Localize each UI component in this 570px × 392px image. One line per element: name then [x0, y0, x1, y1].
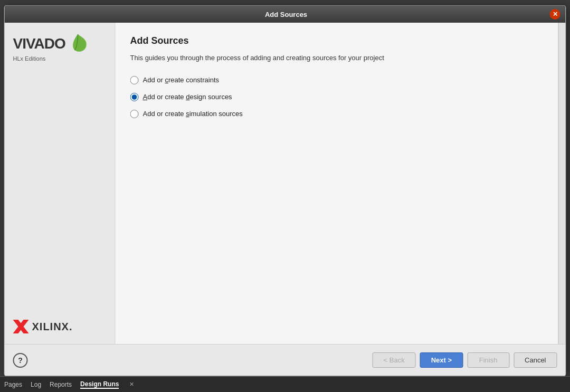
constraints-radio[interactable] — [130, 76, 139, 84]
taskbar: Pages Log Reports Design Runs ✕ — [0, 376, 570, 392]
vivado-edition-label: HLx Editions — [13, 55, 46, 62]
taskbar-tab-pages[interactable]: Pages — [4, 381, 22, 388]
constraints-mnemonic: c — [165, 76, 168, 84]
simulation-mnemonic: s — [186, 110, 189, 118]
constraints-option[interactable]: Add or create constraints — [130, 76, 544, 84]
taskbar-tab-log[interactable]: Log — [31, 381, 41, 388]
help-button[interactable]: ? — [13, 353, 28, 368]
vivado-logo: VIVADO HLx Editions — [13, 33, 107, 62]
vivado-leaf-icon — [68, 33, 89, 54]
taskbar-close-tab[interactable]: ✕ — [129, 381, 134, 388]
dialog-footer: ? < Back Next > Finish Cancel — [5, 344, 566, 376]
content-title: Add Sources — [130, 35, 544, 46]
xilinx-logo: XILINX. — [13, 320, 107, 333]
vivado-logo-text: VIVADO — [13, 33, 89, 54]
footer-right: < Back Next > Finish Cancel — [373, 352, 557, 368]
vivado-word-label: VIVADO — [13, 35, 65, 52]
finish-button[interactable]: Finish — [467, 352, 509, 368]
simulation-sources-label: Add or create simulation sources — [143, 110, 243, 118]
design-sources-mnemonic: d — [186, 93, 189, 101]
dialog-title: Add Sources — [23, 11, 550, 18]
close-button[interactable]: ✕ — [550, 9, 560, 20]
dialog-body: VIVADO HLx Editions XILINX. — [5, 23, 566, 344]
cancel-button[interactable]: Cancel — [514, 352, 557, 368]
back-button[interactable]: < Back — [373, 352, 416, 368]
source-type-radio-group: Add or create constraints Add or create … — [130, 76, 544, 118]
content-description: This guides you through the process of a… — [130, 53, 544, 63]
dialog-main-content: Add Sources This guides you through the … — [116, 23, 558, 344]
taskbar-tab-reports[interactable]: Reports — [50, 381, 72, 388]
footer-left: ? — [13, 353, 28, 368]
right-edge-panel — [558, 23, 566, 344]
xilinx-icon — [13, 320, 29, 333]
add-sources-dialog: Add Sources ✕ VIVADO HLx Editions — [4, 5, 566, 376]
design-sources-label: Add or create design sources — [143, 93, 232, 101]
design-sources-option[interactable]: Add or create design sources — [130, 93, 544, 101]
dialog-titlebar: Add Sources ✕ — [5, 6, 566, 23]
simulation-sources-option[interactable]: Add or create simulation sources — [130, 110, 544, 118]
dialog-sidebar: VIVADO HLx Editions XILINX. — [5, 23, 116, 344]
design-sources-radio[interactable] — [130, 93, 139, 101]
simulation-sources-radio[interactable] — [130, 110, 139, 118]
xilinx-text-label: XILINX. — [32, 321, 73, 333]
next-button[interactable]: Next > — [420, 352, 463, 368]
design-mnemonic: A — [143, 93, 148, 101]
taskbar-tab-design-runs[interactable]: Design Runs — [80, 380, 119, 389]
constraints-label: Add or create constraints — [143, 76, 220, 84]
